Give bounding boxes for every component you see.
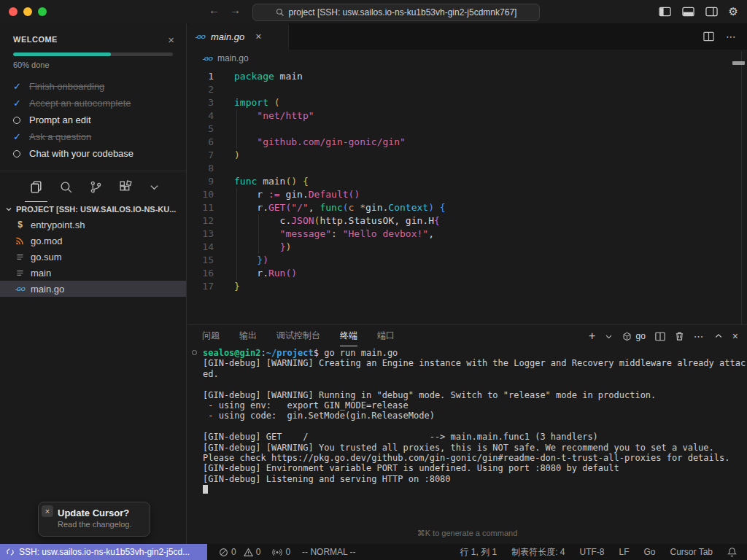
minimize-window-button[interactable] (23, 7, 32, 16)
welcome-item[interactable]: ✓Finish onboarding (0, 78, 186, 95)
panel-tab-调试控制台[interactable]: 调试控制台 (276, 326, 320, 346)
notifications-bell-icon[interactable] (727, 547, 737, 557)
sidebar: WELCOME × 60% done ✓Finish onboarding✓Ac… (0, 23, 187, 544)
welcome-close-icon[interactable]: × (168, 36, 174, 44)
terminal-output[interactable]: sealos@gin2:~/project$ go run main.go[GI… (187, 348, 746, 516)
back-button[interactable]: ← (209, 4, 220, 16)
sidebar-toolbar (0, 171, 186, 202)
remote-indicator[interactable]: SSH: usw.sailos.io-ns-ku1b53vh-gin2-j5cd… (0, 544, 207, 560)
toggle-primary-sidebar-icon[interactable] (659, 7, 671, 17)
code-line[interactable]: 6 "github.com/gin-gonic/gin" (187, 136, 747, 149)
ports-indicator[interactable]: 0 (272, 547, 290, 557)
panel-tab-端口[interactable]: 端口 (377, 326, 395, 346)
split-terminal-icon[interactable] (655, 332, 665, 341)
file-item-entrypoint.sh[interactable]: $entrypoint.sh (0, 217, 186, 233)
terminal-line: sealos@gin2:~/project$ go run main.go (203, 348, 746, 358)
ports-count: 0 (285, 547, 290, 557)
close-window-button[interactable] (9, 7, 18, 16)
file-name: go.sum (31, 252, 62, 262)
zoom-window-button[interactable] (38, 7, 47, 16)
encoding[interactable]: UTF-8 (579, 547, 604, 557)
vim-mode-indicator[interactable]: -- NORMAL -- (302, 547, 356, 557)
notification-title[interactable]: Update Cursor? (58, 508, 150, 518)
cursor-tab-indicator[interactable]: Cursor Tab (670, 547, 713, 557)
remote-icon (6, 548, 15, 556)
forward-button[interactable]: → (230, 4, 241, 16)
progress-label: 60% done (13, 61, 173, 69)
code-line[interactable]: 1package main (187, 70, 747, 83)
toggle-panel-icon[interactable] (682, 7, 694, 17)
line-content: }) (234, 241, 291, 254)
code-line[interactable]: 5 (187, 122, 747, 136)
terminal-instance[interactable]: go (622, 331, 645, 341)
panel-tab-问题[interactable]: 问题 (202, 326, 220, 346)
code-line[interactable]: 3import ( (187, 96, 747, 109)
file-item-main[interactable]: main (0, 265, 186, 281)
new-terminal-icon[interactable]: + (589, 331, 595, 341)
close-panel-icon[interactable]: × (732, 330, 738, 342)
code-area[interactable]: 1package main23import (4 "net/http"56 "g… (187, 67, 747, 293)
file-item-go.mod[interactable]: go.mod (0, 233, 186, 249)
file-name: go.mod (31, 236, 62, 246)
titlebar: ← → project [SSH: usw.sailos.io-ns-ku1b5… (0, 0, 747, 23)
code-line[interactable]: 12 c.JSON(http.StatusOK, gin.H{ (187, 214, 747, 228)
toggle-secondary-sidebar-icon[interactable] (705, 7, 718, 17)
explorer-section-header[interactable]: PROJECT [SSH: USW.SAILOS.IO-NS-KU... (0, 202, 186, 217)
language-mode[interactable]: Go (644, 547, 656, 557)
code-line[interactable]: 14 }) (187, 241, 747, 254)
explorer-files-icon[interactable] (29, 171, 43, 202)
kill-terminal-icon[interactable] (675, 331, 684, 341)
terminal-line: - using env: export GIN_MODE=release (203, 400, 746, 411)
code-line[interactable]: 11 r.GET("/", func(c *gin.Context) { (187, 201, 747, 214)
settings-gear-icon[interactable]: ⚙ (729, 5, 738, 18)
code-line[interactable]: 7) (187, 149, 747, 162)
breadcrumb[interactable]: -GO main.go (187, 50, 747, 67)
warning-icon (244, 548, 253, 557)
problems-indicator[interactable]: 0 0 (219, 547, 260, 557)
cursor-position[interactable]: 行 1, 列 1 (460, 546, 497, 559)
notification-close-icon[interactable]: × (42, 505, 53, 517)
welcome-item[interactable]: Chat with your codebase (0, 145, 186, 162)
editor-scrollbar[interactable] (741, 51, 742, 324)
chevron-down-icon[interactable] (149, 171, 160, 202)
command-decoration-icon[interactable] (192, 350, 197, 355)
welcome-item[interactable]: ✓Ask a question (0, 128, 186, 145)
code-line[interactable]: 2 (187, 83, 747, 96)
code-line[interactable]: 13 "message": "Hello devbox!", (187, 228, 747, 241)
welcome-panel-title: WELCOME (13, 35, 58, 44)
code-line[interactable]: 4 "net/http" (187, 109, 747, 122)
extensions-icon[interactable] (119, 171, 133, 202)
panel-more-icon[interactable]: ⋯ (694, 330, 705, 342)
notification-body[interactable]: Read the changelog. (58, 520, 150, 529)
line-content: c.JSON(http.StatusOK, gin.H{ (234, 214, 440, 228)
terminal-dropdown-icon[interactable] (605, 332, 613, 341)
more-actions-icon[interactable]: ⋯ (726, 31, 737, 42)
source-control-icon[interactable] (89, 171, 103, 202)
split-editor-icon[interactable] (703, 31, 714, 42)
eol-sequence[interactable]: LF (619, 547, 629, 557)
panel-tab-终端[interactable]: 终端 (340, 326, 357, 346)
search-view-icon[interactable] (59, 171, 73, 202)
tab-main-go[interactable]: -GO main.go × (187, 23, 289, 50)
maximize-panel-icon[interactable] (714, 332, 723, 341)
file-item-go.sum[interactable]: go.sum (0, 249, 186, 265)
panel-tab-输出[interactable]: 输出 (239, 326, 257, 346)
line-content: }) (234, 254, 268, 267)
terminal-line: [GIN-debug] GET / --> main.main.func1 (3… (203, 432, 746, 442)
code-line[interactable]: 16 r.Run() (187, 267, 747, 280)
indentation[interactable]: 制表符长度: 4 (511, 546, 565, 559)
code-line[interactable]: 9func main() { (187, 175, 747, 188)
welcome-item[interactable]: ✓Accept an autocomplete (0, 95, 186, 112)
welcome-item-label: Chat with your codebase (29, 148, 133, 159)
command-center-search[interactable]: project [SSH: usw.sailos.io-ns-ku1b53vh-… (252, 4, 540, 21)
terminal-line: Please check https://pkg.go.dev/github.c… (203, 453, 746, 463)
welcome-item[interactable]: Prompt an edit (0, 112, 186, 128)
code-line[interactable]: 8 (187, 162, 747, 175)
check-icon: ✓ (13, 98, 29, 109)
code-line[interactable]: 10 r := gin.Default() (187, 188, 747, 201)
tab-bar: -GO main.go × ⋯ (187, 23, 747, 50)
tab-close-icon[interactable]: × (255, 33, 261, 40)
file-item-main.go[interactable]: -GOmain.go (0, 281, 186, 297)
code-line[interactable]: 15 }) (187, 254, 747, 267)
code-line[interactable]: 17} (187, 280, 747, 293)
